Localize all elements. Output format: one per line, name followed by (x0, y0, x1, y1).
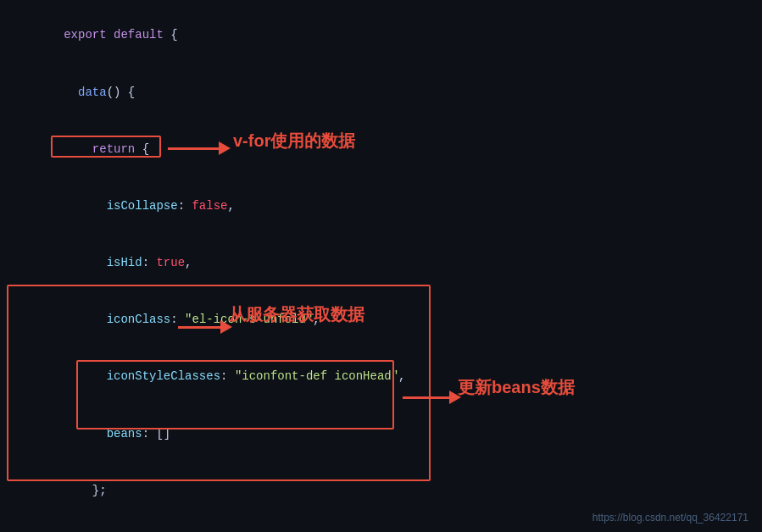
code-line-3: return { (7, 120, 748, 177)
annotation-arrow-1 (168, 141, 231, 155)
code-line-4: isCollapse: false, (7, 178, 748, 235)
code-content: export default { data() { return { isCol… (0, 7, 762, 532)
code-line-5: isHid: true, (7, 235, 748, 291)
code-line-2: data() { (7, 64, 748, 120)
annotation-arrow-2 (178, 320, 232, 334)
code-line-6: iconClass: "el-icon-s-unfold", (7, 291, 748, 348)
code-line-9: }; (7, 462, 748, 518)
watermark: https://blog.csdn.net/qq_36422171 (592, 512, 748, 524)
code-editor: export default { data() { return { isCol… (0, 0, 762, 532)
annotation-arrow-3 (403, 391, 461, 404)
code-line-8: beans: [] (7, 405, 748, 462)
code-line-1: export default { (7, 7, 748, 64)
code-line-7: iconStyleClasses: "iconfont-def iconHead… (7, 348, 748, 405)
